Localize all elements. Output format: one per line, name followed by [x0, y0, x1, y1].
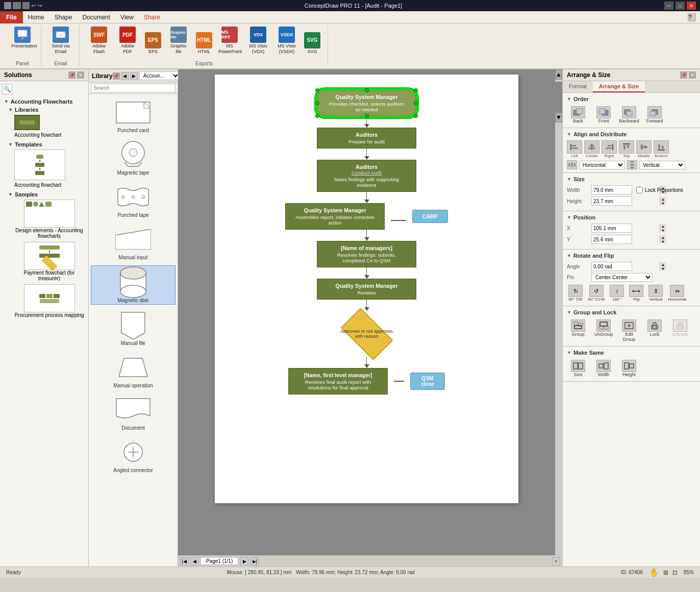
rotate-90cw-button[interactable]: ↻ 90° CW [567, 284, 584, 303]
flip-button[interactable]: ⟷ Flip [628, 284, 645, 303]
rotate-title[interactable]: ▼ Rotate and Flip [567, 253, 696, 259]
angled-connector-item[interactable]: Angled connector [91, 436, 176, 474]
library-dropdown[interactable]: Accoun... [139, 71, 180, 80]
page-tab-1[interactable]: Page1 (1/1) [201, 557, 238, 565]
solutions-close-button[interactable]: ✕ [77, 71, 84, 79]
angle-down-button[interactable]: ▼ [660, 266, 666, 270]
x-down-button[interactable]: ▼ [660, 228, 666, 232]
close-button[interactable]: ✕ [687, 2, 696, 10]
share-menu-item[interactable]: Share [139, 11, 165, 23]
minimize-button[interactable]: ─ [664, 2, 673, 10]
flip-horizontal-button[interactable]: ⇔ Horizontal [666, 284, 688, 303]
size-title[interactable]: ▼ Size [567, 176, 696, 182]
file-menu-button[interactable]: File [0, 11, 23, 23]
html-button[interactable]: HTML HTML [194, 31, 214, 56]
adobe-pdf-button[interactable]: PDF Adobe PDF [114, 26, 141, 56]
align-center-button[interactable] [584, 140, 599, 154]
flowchart-node-3[interactable]: Auditors Conduct Audit Notes findings wi… [317, 160, 416, 192]
libraries-section[interactable]: ▼ Libraries [2, 106, 86, 114]
svg-button[interactable]: SVG SVG [302, 31, 322, 56]
unlock-button[interactable]: UnLock [669, 318, 691, 343]
document-menu-item[interactable]: Document [77, 11, 115, 23]
library-search-input[interactable] [91, 84, 176, 92]
distribute-h-icon[interactable] [567, 160, 577, 169]
height-down-button[interactable]: ▼ [660, 201, 666, 205]
presentation-button[interactable]: Presentation [9, 26, 36, 50]
page-last-button[interactable]: ▶| [251, 557, 259, 565]
handle-tl[interactable] [315, 88, 319, 92]
help-icon[interactable]: ? [688, 13, 696, 21]
handle-tr[interactable] [414, 88, 418, 92]
angle-field[interactable] [592, 263, 660, 270]
flowchart-node-4[interactable]: Quality System Manager Assembles report,… [285, 203, 448, 230]
forward-button[interactable]: Forward [643, 105, 666, 125]
lock-proportions-checkbox[interactable] [636, 187, 643, 193]
shape-menu-item[interactable]: Shape [49, 11, 78, 23]
back-button[interactable]: Back [567, 105, 589, 125]
handle-ml[interactable] [315, 101, 319, 105]
ungroup-button[interactable]: UnGroup [592, 318, 615, 343]
align-left-button[interactable] [567, 140, 582, 154]
magnetic-tape-item[interactable]: Magnetic tape [91, 138, 176, 177]
group-button[interactable]: Group [567, 318, 589, 343]
flowchart-node-8[interactable]: [Name, first level manager] Receives fin… [288, 368, 445, 394]
templates-section[interactable]: ▼ Templates [2, 140, 86, 149]
pin-select[interactable]: Center-Center [591, 273, 653, 282]
magnetic-disk-item[interactable]: Magnetic disk [91, 265, 176, 305]
punched-tape-item[interactable]: Punched tape [91, 181, 176, 219]
scroll-up-button[interactable]: ▲ [555, 69, 562, 80]
flowchart-node-6[interactable]: Quality System Manager Reviews [317, 279, 416, 300]
y-field[interactable] [592, 236, 660, 243]
ms-powerpoint-button[interactable]: MS PPT MS PowerPoint [216, 26, 243, 56]
flowchart-node-1[interactable]: Quality System Manager Provides checklis… [317, 90, 416, 116]
home-menu-item[interactable]: Home [23, 11, 49, 23]
vertical-scrollbar[interactable]: ▲ ▼ [555, 69, 562, 555]
samples-section[interactable]: ▼ Samples [2, 190, 86, 199]
edit-group-button[interactable]: Edit Group [618, 318, 640, 343]
handle-tc[interactable] [365, 88, 369, 92]
manual-file-item[interactable]: Manual file [91, 309, 176, 347]
flowchart-node-5[interactable]: [Name of managers] Resolves findings: su… [317, 241, 416, 267]
handle-bl[interactable] [315, 114, 319, 118]
page-add-button[interactable]: + [552, 557, 560, 565]
procurement-sample[interactable]: Procurement process mapping [14, 284, 84, 318]
rotate-180-button[interactable]: ↕ 180 ° [608, 284, 626, 303]
manual-operation-item[interactable]: Manual operation [91, 351, 176, 389]
handle-br[interactable] [414, 114, 418, 118]
hand-tool-icon[interactable]: ✋ [649, 568, 659, 577]
flowchart-node-7[interactable]: Approves or not approves with reason [311, 311, 423, 357]
page-prev-button[interactable]: ◀ [190, 557, 198, 565]
zoom-actual-icon[interactable]: ⊡ [672, 569, 678, 576]
right-close-button[interactable]: ✕ [689, 71, 696, 79]
make-same-title[interactable]: ▼ Make Same [567, 350, 696, 356]
adobe-flash-button[interactable]: SWF Adobe Flash [86, 26, 112, 56]
page-next-button[interactable]: ▶ [240, 557, 248, 565]
zoom-fit-icon[interactable]: ⊞ [663, 569, 668, 576]
flowchart-node-2[interactable]: Auditors Prepare for audit [317, 128, 416, 149]
accounting-template-item[interactable]: Accounting flowchart [2, 149, 86, 190]
angle-up-button[interactable]: ▲ [660, 262, 666, 266]
page-first-button[interactable]: |◀ [180, 557, 188, 565]
send-email-button[interactable]: Send via Email [47, 26, 74, 56]
height-up-button[interactable]: ▲ [660, 197, 666, 201]
payment-flowchart-sample[interactable]: Payment flowchart (for treasurer) [14, 242, 84, 281]
scroll-thumb[interactable] [555, 82, 562, 112]
tab-arrange-size[interactable]: Arrange & Size [593, 81, 645, 92]
eps-button[interactable]: EPS EPS [143, 31, 163, 56]
backward-button[interactable]: Backward [618, 105, 640, 125]
vertical-distribute-select[interactable]: Vertical [639, 161, 685, 169]
align-title[interactable]: ▼ Align and Distribute [567, 131, 696, 137]
solutions-pin-button[interactable]: 📌 [68, 71, 76, 79]
ms-visio-vsdx-button[interactable]: VSDX MS Visio (VSDX) [273, 26, 300, 56]
ms-visio-vdx-button[interactable]: VDX MS Visio (VDX) [245, 26, 271, 56]
flip-vertical-button[interactable]: ⇕ Vertical [647, 284, 664, 303]
manual-input-item[interactable]: Manual input [91, 223, 176, 261]
scroll-down-button[interactable]: ▼ [555, 112, 562, 122]
group-title[interactable]: ▼ Group and Lock [567, 309, 696, 315]
accounting-flowcharts-section[interactable]: ▼ Accounting Flowcharts [2, 97, 86, 106]
handle-bc[interactable] [365, 114, 369, 118]
undo-icon[interactable]: ↩ [31, 2, 36, 9]
restore-button[interactable]: □ [676, 2, 685, 10]
tab-format[interactable]: Format [563, 81, 593, 92]
redo-icon[interactable]: ↪ [37, 2, 42, 9]
